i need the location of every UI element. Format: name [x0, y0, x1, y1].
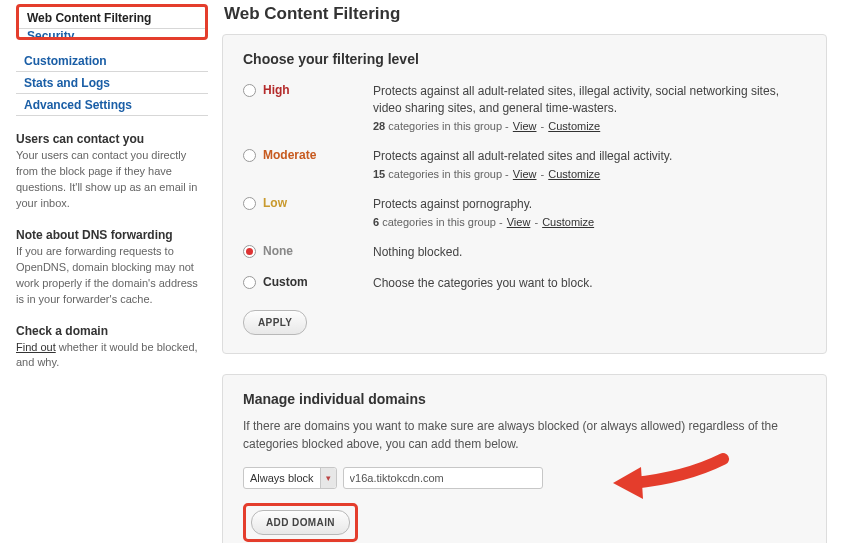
select-value: Always block	[250, 472, 314, 484]
manage-domains-panel: Manage individual domains If there are d…	[222, 374, 827, 543]
manage-desc: If there are domains you want to make su…	[243, 417, 806, 453]
sidebar-item-web-content-filtering[interactable]: Web Content Filtering	[19, 7, 205, 29]
customize-link[interactable]: Customize	[548, 120, 600, 132]
filtering-heading: Choose your filtering level	[243, 51, 806, 67]
add-domain-button[interactable]: ADD DOMAIN	[251, 510, 350, 535]
domain-input[interactable]	[343, 467, 543, 489]
aside-heading: Users can contact you	[16, 132, 198, 146]
manage-heading: Manage individual domains	[243, 391, 806, 407]
aside-dns-forwarding: Note about DNS forwarding If you are for…	[16, 228, 208, 308]
radio-custom[interactable]	[243, 276, 256, 289]
level-desc: Choose the categories you want to block.	[373, 275, 806, 292]
sidebar-nav-highlight: Web Content Filtering Security	[16, 4, 208, 40]
view-link[interactable]: View	[513, 120, 537, 132]
domain-row: Always block ▾	[243, 467, 806, 489]
level-name: None	[263, 244, 373, 258]
level-name: Low	[263, 196, 373, 210]
customize-link[interactable]: Customize	[548, 168, 600, 180]
aside-body: Your users can contact you directly from…	[16, 148, 198, 212]
aside-body: Find out whether it would be blocked, an…	[16, 340, 198, 372]
find-out-link[interactable]: Find out	[16, 341, 56, 353]
page-title: Web Content Filtering	[224, 4, 827, 24]
aside-body: If you are forwarding requests to OpenDN…	[16, 244, 198, 308]
level-desc: Protects against all adult-related sites…	[373, 148, 806, 182]
aside-users-contact: Users can contact you Your users can con…	[16, 132, 208, 212]
radio-moderate[interactable]	[243, 149, 256, 162]
level-row-custom[interactable]: Custom Choose the categories you want to…	[243, 269, 806, 300]
radio-high[interactable]	[243, 84, 256, 97]
level-name: High	[263, 83, 373, 97]
level-desc: Protects against pornography. 6 categori…	[373, 196, 806, 230]
sidebar-item-customization[interactable]: Customization	[16, 50, 208, 72]
sidebar: Web Content Filtering Security Customiza…	[0, 4, 208, 543]
level-row-low[interactable]: Low Protects against pornography. 6 cate…	[243, 190, 806, 238]
sidebar-item-stats-logs[interactable]: Stats and Logs	[16, 72, 208, 94]
level-row-none[interactable]: None Nothing blocked.	[243, 238, 806, 269]
aside-heading: Note about DNS forwarding	[16, 228, 198, 242]
view-link[interactable]: View	[513, 168, 537, 180]
sidebar-item-security[interactable]: Security	[19, 29, 205, 37]
domain-action-select[interactable]: Always block ▾	[243, 467, 337, 489]
main: Web Content Filtering Choose your filter…	[208, 4, 847, 543]
level-name: Moderate	[263, 148, 373, 162]
level-row-high[interactable]: High Protects against all adult-related …	[243, 77, 806, 142]
add-domain-highlight: ADD DOMAIN	[243, 503, 358, 542]
level-desc: Nothing blocked.	[373, 244, 806, 261]
aside-check-domain: Check a domain Find out whether it would…	[16, 324, 208, 372]
select-caret-button[interactable]: ▾	[320, 468, 336, 488]
radio-none[interactable]	[243, 245, 256, 258]
radio-low[interactable]	[243, 197, 256, 210]
sidebar-item-advanced-settings[interactable]: Advanced Settings	[16, 94, 208, 116]
level-name: Custom	[263, 275, 373, 289]
apply-button[interactable]: APPLY	[243, 310, 307, 335]
customize-link[interactable]: Customize	[542, 216, 594, 228]
filtering-panel: Choose your filtering level High Protect…	[222, 34, 827, 354]
aside-heading: Check a domain	[16, 324, 198, 338]
svg-marker-0	[613, 467, 643, 499]
view-link[interactable]: View	[507, 216, 531, 228]
level-row-moderate[interactable]: Moderate Protects against all adult-rela…	[243, 142, 806, 190]
arrow-annotation-icon	[613, 449, 733, 509]
level-desc: Protects against all adult-related sites…	[373, 83, 806, 134]
caret-icon: ▾	[326, 474, 331, 483]
